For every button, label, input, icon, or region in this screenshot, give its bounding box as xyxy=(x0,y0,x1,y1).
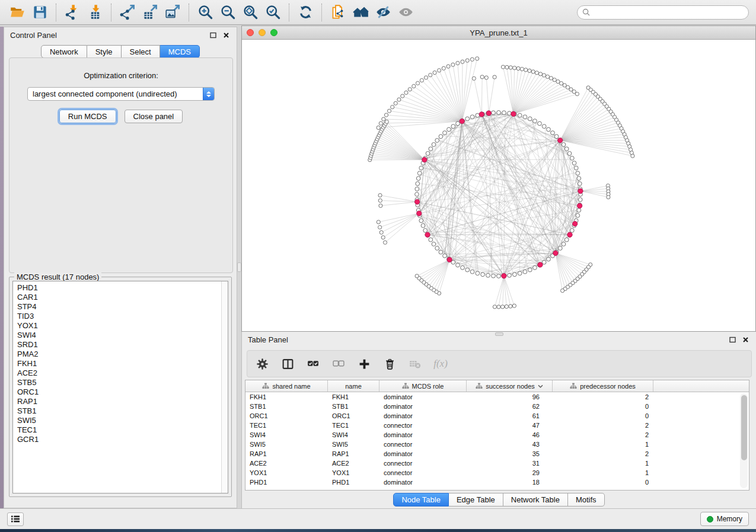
table-toolbar-clear-selection-button[interactable] xyxy=(331,356,346,371)
scrollbar-thumb[interactable] xyxy=(741,395,747,460)
cell-successor-nodes: 96 xyxy=(467,392,553,402)
cell-shared-name: RAP1 xyxy=(245,449,328,459)
tab-motifs[interactable]: Motifs xyxy=(568,493,605,507)
toolbar-button-zoom-out[interactable] xyxy=(216,2,239,23)
toolbar-button-open[interactable] xyxy=(6,2,28,23)
splitter-grip[interactable] xyxy=(237,262,241,272)
mcds-result-item[interactable]: STB1 xyxy=(17,406,221,416)
table-vertical-scrollbar[interactable] xyxy=(740,393,748,488)
mcds-result-item[interactable]: TEC1 xyxy=(17,425,221,435)
mcds-result-item[interactable]: CAR1 xyxy=(17,293,221,302)
mcds-result-item[interactable]: GCR1 xyxy=(17,435,221,444)
table-toolbar-add-row-button[interactable] xyxy=(356,356,372,371)
table-row[interactable]: SWI4SWI4dominator462 xyxy=(245,430,749,440)
cell-predecessor-nodes: 0 xyxy=(553,402,653,411)
toolbar-button-refresh[interactable] xyxy=(294,2,317,23)
import-network-icon xyxy=(65,4,81,20)
mcds-result-item[interactable]: ORC1 xyxy=(17,387,221,397)
mcds-result-item[interactable]: PHD1 xyxy=(17,283,221,293)
mcds-result-item[interactable]: STP4 xyxy=(17,302,221,312)
toolbar-button-export-network[interactable] xyxy=(116,2,139,23)
table-panel: Table Panel f(x) shared namenameMCDS rol… xyxy=(241,332,756,508)
column-header-predecessor-nodes[interactable]: predecessor nodes xyxy=(553,380,653,392)
tab-node-table[interactable]: Node Table xyxy=(393,493,449,507)
mcds-result-scrollbar[interactable] xyxy=(221,281,228,493)
table-row[interactable]: PHD1PHD1dominator180 xyxy=(245,477,749,487)
tab-edge-table[interactable]: Edge Table xyxy=(449,493,503,507)
toolbar-button-export-table[interactable] xyxy=(139,2,161,23)
mcds-result-item[interactable]: YOX1 xyxy=(17,321,221,331)
column-header-MCDS-role[interactable]: MCDS role xyxy=(379,380,467,392)
table-toolbar-select-all-button[interactable] xyxy=(305,356,321,371)
toolbar-button-import-network[interactable] xyxy=(61,2,84,23)
table-toolbar-delete-table-button xyxy=(407,356,423,371)
float-panel-icon[interactable] xyxy=(208,30,218,40)
table-row[interactable]: SWI5SWI5connector431 xyxy=(245,440,749,449)
select-all-icon xyxy=(305,358,321,370)
table-row[interactable]: STB1STB1dominator620 xyxy=(245,402,749,411)
mcds-result-item[interactable]: SWI4 xyxy=(17,331,221,340)
mcds-result-item[interactable]: PMA2 xyxy=(17,350,221,359)
optimization-criterion-label: Optimization criterion: xyxy=(9,71,232,80)
mcds-result-item[interactable]: TID3 xyxy=(17,312,221,321)
memory-button[interactable]: Memory xyxy=(700,512,749,526)
mcds-result-item[interactable]: ACE2 xyxy=(17,368,221,378)
toolbar-button-zoom-selected[interactable] xyxy=(261,2,284,23)
control-panel: Control Panel NetworkStyleSelectMCDS Opt… xyxy=(4,27,237,508)
mcds-result-listbox[interactable]: PHD1CAR1STP4TID3YOX1SWI4SRD1PMA2FKH1ACE2… xyxy=(12,281,228,493)
toolbar-button-export-image[interactable] xyxy=(161,2,184,23)
cell-successor-nodes: 31 xyxy=(467,459,553,468)
mcds-result-item[interactable]: SRD1 xyxy=(17,340,221,350)
horizontal-splitter-grip[interactable] xyxy=(495,332,503,336)
tab-network-table[interactable]: Network Table xyxy=(503,493,568,507)
search-input[interactable] xyxy=(593,8,744,17)
toolbar-button-import-table[interactable] xyxy=(84,2,106,23)
cell-predecessor-nodes: 2 xyxy=(553,430,653,440)
tab-mcds[interactable]: MCDS xyxy=(160,45,200,58)
network-canvas[interactable] xyxy=(242,40,755,331)
tab-network[interactable]: Network xyxy=(41,45,87,58)
sort-desc-icon xyxy=(538,384,543,388)
toolbar-button-save[interactable] xyxy=(28,2,51,23)
vertical-splitter[interactable] xyxy=(237,27,241,508)
cell-successor-nodes: 35 xyxy=(467,449,553,459)
float-table-panel-icon[interactable] xyxy=(728,335,737,344)
toolbar-button-hide-selected[interactable] xyxy=(372,2,394,23)
table-row[interactable]: TEC1TEC1connector472 xyxy=(245,421,749,430)
close-panel-icon[interactable] xyxy=(221,30,231,40)
task-history-button[interactable] xyxy=(7,512,24,526)
table-row[interactable]: FKH1FKH1dominator962 xyxy=(245,392,749,402)
refresh-icon xyxy=(298,4,314,20)
cell-MCDS-role: dominator xyxy=(379,449,467,459)
toolbar-button-home[interactable] xyxy=(349,2,372,23)
table-toolbar-settings-button[interactable] xyxy=(254,356,270,371)
table-row[interactable]: YOX1YOX1connector291 xyxy=(245,468,749,477)
table-toolbar-delete-row-button[interactable] xyxy=(382,356,397,371)
optimization-criterion-select[interactable]: largest connected component (undirected) xyxy=(27,87,215,101)
toolbar-button-zoom-fit[interactable] xyxy=(239,2,261,23)
mcds-result-item[interactable]: FKH1 xyxy=(17,359,221,368)
column-header-name[interactable]: name xyxy=(328,380,379,392)
mcds-result-item[interactable]: SWI5 xyxy=(17,416,221,425)
close-panel-button[interactable]: Close panel xyxy=(125,110,183,123)
table-toolbar-columns-button[interactable] xyxy=(280,356,295,371)
tab-select[interactable]: Select xyxy=(122,45,160,58)
network-graph[interactable] xyxy=(242,40,755,331)
mcds-result-item[interactable]: RAP1 xyxy=(17,397,221,406)
table-row[interactable]: RAP1RAP1dominator352 xyxy=(245,449,749,459)
table-row[interactable]: ORC1ORC1dominator610 xyxy=(245,411,749,421)
table-row[interactable]: ACE2ACE2connector311 xyxy=(245,459,749,468)
close-table-panel-icon[interactable] xyxy=(741,335,750,344)
column-header-shared-name[interactable]: shared name xyxy=(245,380,328,392)
task-list-icon xyxy=(11,515,20,523)
toolbar-button-share-document[interactable] xyxy=(327,2,349,23)
search-box[interactable] xyxy=(577,5,749,20)
memory-label: Memory xyxy=(717,515,742,523)
cell-MCDS-role: dominator xyxy=(379,430,467,440)
delete-table-icon xyxy=(408,358,422,370)
toolbar-button-zoom-in[interactable] xyxy=(194,2,216,23)
mcds-result-item[interactable]: STB5 xyxy=(17,378,221,387)
tab-style[interactable]: Style xyxy=(87,45,122,58)
run-mcds-button[interactable]: Run MCDS xyxy=(59,110,116,123)
column-header-successor-nodes[interactable]: successor nodes xyxy=(467,380,553,392)
